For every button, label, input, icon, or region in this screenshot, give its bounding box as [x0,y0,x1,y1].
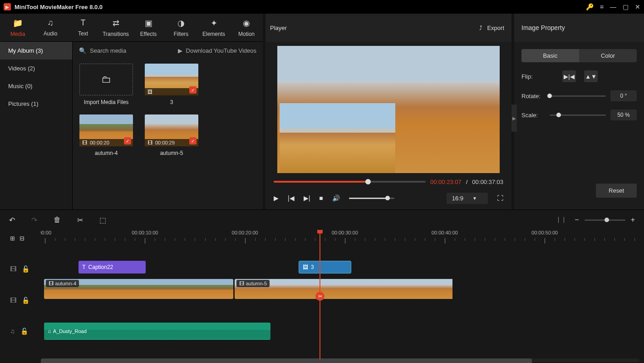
tab-color[interactable]: Color [579,49,637,62]
upgrade-key-icon[interactable]: 🔑 [586,3,594,10]
undo-button[interactable]: ↶ [9,216,15,224]
flip-label: Flip: [521,73,545,80]
sidebar-item-myalbum[interactable]: My Album (3) [0,42,72,60]
tab-motion[interactable]: ◉ Motion [230,14,263,41]
close-icon[interactable]: ✕ [635,3,640,10]
overlay-track-icon: 🎞 [10,265,16,273]
search-input[interactable]: Search media [90,47,126,54]
timeline-scrollbar[interactable] [41,358,639,362]
media-label: autumn-4 [95,150,118,156]
clip-label: 3 [311,264,314,270]
rotate-slider[interactable] [550,95,606,97]
tab-audio[interactable]: ♫ Audio [34,14,67,41]
sidebar-item-pictures[interactable]: Pictures (1) [0,95,72,113]
rotate-value[interactable]: 0 ° [610,90,637,101]
media-card[interactable]: 🖼 ✓ 3 [144,64,199,105]
lock-icon[interactable]: 🔓 [20,328,28,335]
delete-button[interactable]: 🗑 [54,216,61,224]
properties-title: Image Property [514,14,644,42]
player-title: Player [270,25,287,31]
tab-basic[interactable]: Basic [521,49,579,62]
export-button[interactable]: ⤴ Export [479,25,504,31]
crop-button[interactable]: ⬚ [99,216,106,224]
duration: 00:00:20 [90,140,109,145]
minimize-icon[interactable]: — [610,3,616,10]
tab-label: Elements [202,31,225,37]
lock-icon[interactable]: 🔓 [22,297,29,304]
prev-frame-button[interactable]: |◀ [288,194,295,202]
image-icon: 🖼 [147,89,152,94]
snap-icon[interactable]: ⎸⎸ [558,216,569,224]
transitions-icon: ⇄ [113,18,119,28]
tab-effects[interactable]: ▣ Effects [132,14,165,41]
tab-elements[interactable]: ✦ Elements [197,14,230,41]
video-clip[interactable]: 🎞autumn-4 [44,279,233,299]
search-icon: 🔍 [79,47,86,54]
export-icon: ⤴ [479,25,482,31]
video-icon: 🎞 [82,140,87,145]
ruler-label: 00:00:10:00 [132,230,158,235]
sidebar: My Album (3) Videos (2) Music (0) Pictur… [0,42,73,209]
play-button[interactable]: ▶ [274,194,279,202]
remove-track-button[interactable]: ⊟ [20,235,25,242]
redo-button[interactable]: ↷ [31,216,37,224]
time-sep: / [466,179,468,185]
download-youtube-button[interactable]: ▶ Download YouTube Videos [178,47,256,54]
zoom-slider[interactable] [585,219,625,221]
reset-button[interactable]: Reset [596,184,637,198]
playhead[interactable]: ✂ [320,230,320,359]
app-logo: ▶ [4,3,11,10]
caption-clip[interactable]: T Caption22 [79,261,146,273]
stop-button[interactable]: ■ [319,194,323,202]
aspect-value: 16:9 [452,195,463,202]
scale-slider[interactable] [550,114,606,116]
image-clip[interactable]: 🖼 3 [299,261,351,273]
youtube-icon: ▶ [178,47,182,54]
sidebar-item-videos[interactable]: Videos (2) [0,60,72,77]
volume-slider[interactable] [349,198,394,199]
duration: 00:00:29 [155,140,175,145]
ruler-label: 00:00:20:00 [232,230,258,235]
preview-canvas[interactable] [277,46,500,173]
tab-label: Filters [174,31,189,37]
volume-icon[interactable]: 🔊 [332,194,340,202]
ruler-label: 00:00:30:00 [332,230,358,235]
menu-icon[interactable]: ≡ [600,3,604,10]
tab-transitions[interactable]: ⇄ Transitions [99,14,132,41]
scale-value[interactable]: 50 % [610,109,637,120]
tab-media[interactable]: 📁 Media [1,14,34,41]
tab-filters[interactable]: ◑ Filters [165,14,197,41]
import-media-card[interactable]: 🗀 Import Media Files [79,64,133,105]
add-track-button[interactable]: ⊞ [10,235,15,242]
media-card[interactable]: 🎞00:00:29 ✓ autumn-5 [144,114,199,156]
library-panel: 📁 Media ♫ Audio T Text ⇄ Transitions ▣ E… [0,14,263,209]
aspect-ratio-select[interactable]: 16:9 ▼ [447,193,488,204]
zoom-in-button[interactable]: + [631,216,635,224]
flip-horizontal-button[interactable]: ▶|◀ [562,70,576,82]
timeline-ruler[interactable]: 00:0000:00:10:0000:00:20:0000:00:30:0000… [41,230,640,246]
scissors-icon[interactable]: ✂ [315,292,324,301]
audio-clip[interactable]: ♫A_Dusty_Road [44,323,270,340]
sparkle-icon: ✦ [211,18,217,28]
tab-label: Text [78,30,88,37]
filters-icon: ◑ [177,18,185,28]
rotate-label: Rotate: [521,93,545,99]
sidebar-item-music[interactable]: Music (0) [0,77,72,95]
image-icon: 🖼 [303,264,308,270]
media-card[interactable]: 🎞00:00:20 ✓ autumn-4 [79,114,133,156]
ruler-label: 00:00:50:00 [531,230,558,235]
fullscreen-button[interactable]: ⛶ [497,194,503,202]
tab-text[interactable]: T Text [67,14,99,41]
split-button[interactable]: ✂ [77,216,83,224]
video-clip[interactable]: 🎞autumn-5 [235,279,461,299]
tab-label: Media [10,31,25,37]
zoom-out-button[interactable]: − [575,216,579,224]
next-frame-button[interactable]: ▶| [304,194,310,202]
collapse-panel-button[interactable]: ▶ [511,104,517,132]
flip-vertical-button[interactable]: ▲▼ [584,70,598,82]
lock-icon[interactable]: 🔓 [22,265,29,273]
total-time: 00:00:37:03 [472,179,503,185]
maximize-icon[interactable]: ▢ [623,3,629,10]
scrubber[interactable] [274,181,426,183]
music-note-icon: ♫ [48,328,51,334]
